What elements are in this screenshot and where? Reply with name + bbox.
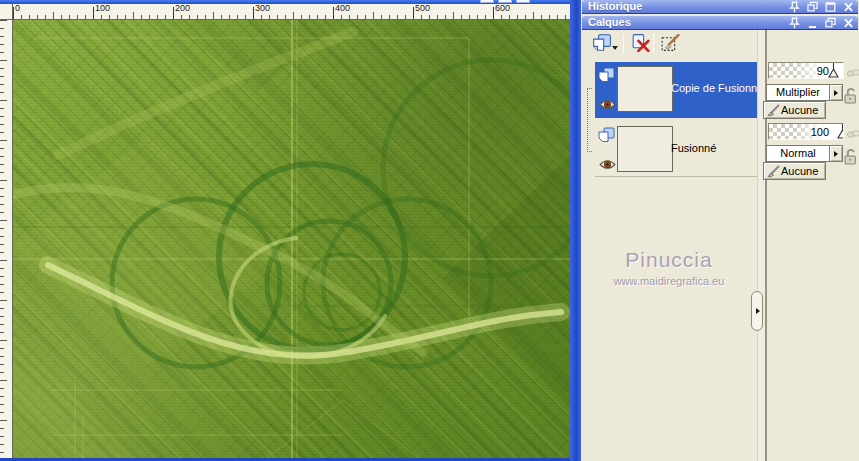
blend-mode-arrow-button[interactable] — [830, 84, 843, 101]
blend-mode-arrow-button[interactable] — [830, 145, 843, 162]
ruler-corner — [0, 4, 13, 20]
ruler-tick-label: 500 — [415, 4, 430, 13]
mask-button[interactable]: Aucune — [763, 101, 826, 119]
ruler-tick-label: 0 — [15, 4, 20, 13]
layer-controls-column: 90 Multiplier — [766, 0, 859, 461]
watermark: Pinuccia www.maidiregrafica.eu — [581, 248, 757, 287]
delete-layer-button[interactable] — [628, 33, 652, 55]
opacity-value: 100 — [811, 126, 829, 138]
delete-layer-icon — [630, 33, 651, 53]
horizontal-ruler: 0100200300400500600 — [13, 4, 570, 20]
mask-label: Aucune — [781, 104, 818, 116]
mask-label: Aucune — [781, 165, 818, 177]
splitter-arrow-icon — [756, 308, 760, 314]
edit-selection-icon — [660, 33, 681, 53]
layer-thumbnail[interactable] — [617, 126, 673, 172]
blend-mode-value: Normal — [780, 147, 815, 159]
visibility-eye-icon[interactable] — [599, 96, 616, 114]
layer-thumbnail[interactable] — [617, 66, 673, 112]
ruler-tick-label: 200 — [175, 4, 190, 13]
ruler-major-tick — [413, 7, 414, 19]
mask-button[interactable]: Aucune — [763, 162, 826, 180]
ruler-major-tick — [93, 7, 94, 19]
layer-row-copie-de-fusionne[interactable]: Copie de Fusionné — [595, 62, 757, 118]
opacity-slider-handle[interactable] — [837, 124, 844, 140]
watermark-name: Pinuccia — [581, 248, 757, 272]
canvas-image[interactable] — [13, 20, 570, 461]
ruler-major-tick — [13, 7, 14, 19]
ruler-major-tick — [493, 7, 494, 19]
new-layer-button[interactable] — [589, 33, 621, 55]
app-root: 0100200300400500600 — [0, 0, 859, 461]
ruler-tick-label: 400 — [335, 4, 350, 13]
ruler-tick-label: 300 — [255, 4, 270, 13]
historique-title: Historique — [588, 0, 642, 12]
edit-selection-button[interactable] — [658, 33, 682, 55]
ruler-major-tick — [333, 7, 334, 19]
splitter-strip — [757, 30, 765, 461]
ruler-major-tick — [253, 7, 254, 19]
visibility-eye-icon[interactable] — [599, 156, 616, 174]
brush-icon — [766, 104, 780, 117]
brush-icon — [766, 165, 780, 178]
canvas-artwork — [13, 20, 570, 461]
layer-type-icon — [598, 67, 615, 87]
layer-row-fusionne[interactable]: Fusionné — [595, 122, 757, 176]
link-layers-icon[interactable] — [847, 125, 859, 143]
layer-name: Fusionné — [671, 142, 716, 154]
layer-name: Copie de Fusionné — [671, 82, 763, 94]
calques-title: Calques — [588, 16, 631, 28]
minimize-button[interactable] — [480, 0, 494, 3]
layers-toolbar — [582, 32, 758, 56]
blend-mode-select[interactable]: Normal — [766, 145, 830, 162]
layer-controls-copie-de-fusionne: 90 Multiplier — [766, 62, 859, 124]
opacity-slider-handle[interactable] — [828, 63, 839, 79]
blend-mode-value: Multiplier — [776, 86, 820, 98]
ruler-tick-label: 600 — [495, 4, 510, 13]
ruler-major-tick — [173, 7, 174, 19]
toolbar-separator — [653, 34, 654, 53]
layer-list-divider — [595, 176, 757, 177]
layer-type-icon — [598, 127, 615, 147]
link-layers-icon[interactable] — [847, 64, 859, 82]
layer-controls-fusionne: 100 Normal — [766, 123, 859, 185]
opacity-slider[interactable]: 90 — [768, 62, 844, 79]
blend-mode-select[interactable]: Multiplier — [766, 84, 830, 101]
canvas-window-right-border — [570, 0, 581, 461]
splitter-handle[interactable] — [751, 291, 763, 331]
vertical-ruler — [0, 20, 13, 461]
lock-icon[interactable] — [844, 86, 858, 109]
new-layer-icon — [592, 33, 612, 52]
close-button[interactable] — [516, 0, 530, 3]
arrow-right-icon — [834, 151, 838, 157]
opacity-slider[interactable]: 100 — [768, 123, 844, 140]
lock-icon[interactable] — [844, 147, 858, 170]
palette-resize-handle[interactable] — [587, 88, 592, 152]
watermark-url: www.maidiregrafica.eu — [581, 275, 757, 287]
arrow-right-icon — [834, 90, 838, 96]
ruler-tick-label: 100 — [95, 4, 110, 13]
toolbar-separator — [623, 34, 624, 53]
chevron-down-icon — [612, 46, 618, 50]
